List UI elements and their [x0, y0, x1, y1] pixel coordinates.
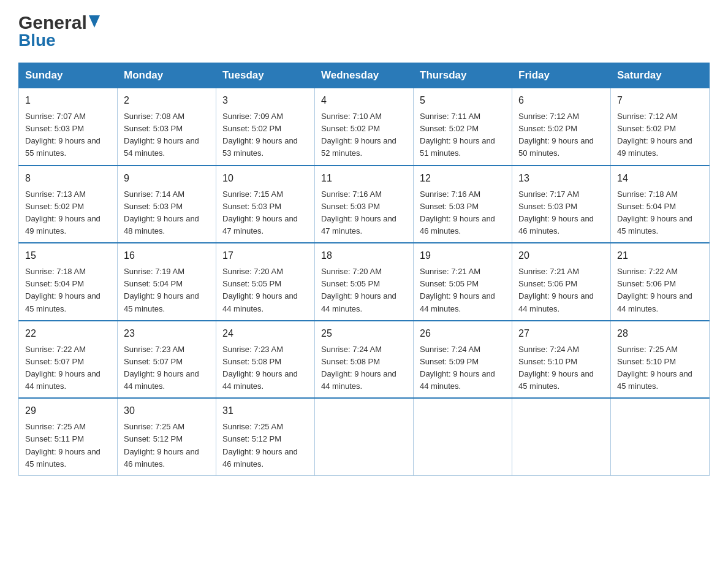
page-header: General Blue: [18, 12, 710, 50]
calendar-day-cell: 10Sunrise: 7:15 AMSunset: 5:03 PMDayligh…: [216, 166, 315, 243]
calendar-day-cell: [414, 398, 512, 475]
day-number: 22: [25, 326, 111, 341]
day-info: Sunrise: 7:09 AMSunset: 5:02 PMDaylight:…: [222, 110, 308, 160]
day-info: Sunrise: 7:10 AMSunset: 5:02 PMDaylight:…: [321, 110, 407, 160]
day-info: Sunrise: 7:22 AMSunset: 5:06 PMDaylight:…: [617, 266, 703, 315]
calendar-day-cell: 26Sunrise: 7:24 AMSunset: 5:09 PMDayligh…: [414, 321, 512, 399]
calendar-day-cell: 27Sunrise: 7:24 AMSunset: 5:10 PMDayligh…: [512, 321, 611, 399]
calendar-day-cell: [611, 398, 710, 475]
day-number: 28: [617, 326, 703, 341]
calendar-day-cell: 20Sunrise: 7:21 AMSunset: 5:06 PMDayligh…: [512, 243, 611, 321]
day-info: Sunrise: 7:12 AMSunset: 5:02 PMDaylight:…: [617, 110, 703, 160]
day-number: 26: [420, 326, 506, 341]
weekday-header-sunday: Sunday: [19, 63, 118, 88]
calendar-day-cell: 1Sunrise: 7:07 AMSunset: 5:03 PMDaylight…: [19, 88, 118, 166]
calendar-day-cell: [315, 398, 414, 475]
day-number: 20: [518, 248, 604, 263]
day-number: 6: [518, 93, 604, 108]
calendar-day-cell: 9Sunrise: 7:14 AMSunset: 5:03 PMDaylight…: [118, 166, 216, 243]
calendar-day-cell: 23Sunrise: 7:23 AMSunset: 5:07 PMDayligh…: [118, 321, 216, 399]
weekday-header-saturday: Saturday: [611, 63, 710, 88]
calendar-day-cell: 2Sunrise: 7:08 AMSunset: 5:03 PMDaylight…: [118, 88, 216, 166]
day-info: Sunrise: 7:18 AMSunset: 5:04 PMDaylight:…: [25, 266, 111, 315]
calendar-day-cell: 11Sunrise: 7:16 AMSunset: 5:03 PMDayligh…: [315, 166, 414, 243]
day-info: Sunrise: 7:16 AMSunset: 5:03 PMDaylight:…: [321, 188, 407, 238]
calendar-day-cell: 19Sunrise: 7:21 AMSunset: 5:05 PMDayligh…: [414, 243, 512, 321]
day-number: 5: [420, 93, 506, 108]
day-number: 9: [124, 171, 210, 186]
calendar-day-cell: 21Sunrise: 7:22 AMSunset: 5:06 PMDayligh…: [611, 243, 710, 321]
day-info: Sunrise: 7:07 AMSunset: 5:03 PMDaylight:…: [25, 110, 111, 160]
day-info: Sunrise: 7:21 AMSunset: 5:06 PMDaylight:…: [518, 266, 604, 315]
day-number: 31: [222, 404, 308, 418]
logo-text-blue: Blue: [18, 31, 56, 50]
day-number: 27: [518, 326, 604, 341]
calendar-day-cell: 12Sunrise: 7:16 AMSunset: 5:03 PMDayligh…: [414, 166, 512, 243]
day-number: 21: [617, 248, 703, 263]
calendar-day-cell: 28Sunrise: 7:25 AMSunset: 5:10 PMDayligh…: [611, 321, 710, 399]
calendar-week-row: 15Sunrise: 7:18 AMSunset: 5:04 PMDayligh…: [19, 243, 710, 321]
day-info: Sunrise: 7:15 AMSunset: 5:03 PMDaylight:…: [222, 188, 308, 238]
day-info: Sunrise: 7:20 AMSunset: 5:05 PMDaylight:…: [321, 266, 407, 315]
day-info: Sunrise: 7:17 AMSunset: 5:03 PMDaylight:…: [518, 188, 604, 238]
calendar-week-row: 8Sunrise: 7:13 AMSunset: 5:02 PMDaylight…: [19, 166, 710, 243]
calendar-day-cell: 25Sunrise: 7:24 AMSunset: 5:08 PMDayligh…: [315, 321, 414, 399]
day-info: Sunrise: 7:18 AMSunset: 5:04 PMDaylight:…: [617, 188, 703, 238]
day-number: 14: [617, 171, 703, 186]
day-number: 11: [321, 171, 407, 186]
calendar-day-cell: [512, 398, 611, 475]
day-info: Sunrise: 7:24 AMSunset: 5:10 PMDaylight:…: [518, 343, 604, 393]
calendar-day-cell: 13Sunrise: 7:17 AMSunset: 5:03 PMDayligh…: [512, 166, 611, 243]
weekday-header-monday: Monday: [118, 63, 216, 88]
day-number: 3: [222, 93, 308, 108]
calendar-table: SundayMondayTuesdayWednesdayThursdayFrid…: [18, 63, 710, 476]
day-number: 17: [222, 248, 308, 263]
day-number: 23: [124, 326, 210, 341]
day-number: 18: [321, 248, 407, 263]
day-info: Sunrise: 7:22 AMSunset: 5:07 PMDaylight:…: [25, 343, 111, 393]
calendar-day-cell: 8Sunrise: 7:13 AMSunset: 5:02 PMDaylight…: [19, 166, 118, 243]
calendar-week-row: 29Sunrise: 7:25 AMSunset: 5:11 PMDayligh…: [19, 398, 710, 475]
logo: General Blue: [18, 12, 100, 50]
weekday-header-friday: Friday: [512, 63, 611, 88]
calendar-header-row: SundayMondayTuesdayWednesdayThursdayFrid…: [19, 63, 710, 88]
weekday-header-tuesday: Tuesday: [216, 63, 315, 88]
day-info: Sunrise: 7:08 AMSunset: 5:03 PMDaylight:…: [124, 110, 210, 160]
calendar-week-row: 22Sunrise: 7:22 AMSunset: 5:07 PMDayligh…: [19, 321, 710, 399]
day-number: 25: [321, 326, 407, 341]
calendar-day-cell: 4Sunrise: 7:10 AMSunset: 5:02 PMDaylight…: [315, 88, 414, 166]
day-info: Sunrise: 7:14 AMSunset: 5:03 PMDaylight:…: [124, 188, 210, 238]
day-info: Sunrise: 7:12 AMSunset: 5:02 PMDaylight:…: [518, 110, 604, 160]
day-info: Sunrise: 7:16 AMSunset: 5:03 PMDaylight:…: [420, 188, 506, 238]
day-info: Sunrise: 7:21 AMSunset: 5:05 PMDaylight:…: [420, 266, 506, 315]
day-info: Sunrise: 7:23 AMSunset: 5:08 PMDaylight:…: [222, 343, 308, 393]
calendar-day-cell: 29Sunrise: 7:25 AMSunset: 5:11 PMDayligh…: [19, 398, 118, 475]
calendar-day-cell: 14Sunrise: 7:18 AMSunset: 5:04 PMDayligh…: [611, 166, 710, 243]
calendar-day-cell: 17Sunrise: 7:20 AMSunset: 5:05 PMDayligh…: [216, 243, 315, 321]
day-info: Sunrise: 7:13 AMSunset: 5:02 PMDaylight:…: [25, 188, 111, 238]
logo-text-general: General: [18, 12, 87, 33]
day-number: 8: [25, 171, 111, 186]
calendar-day-cell: 16Sunrise: 7:19 AMSunset: 5:04 PMDayligh…: [118, 243, 216, 321]
day-info: Sunrise: 7:24 AMSunset: 5:08 PMDaylight:…: [321, 343, 407, 393]
day-info: Sunrise: 7:25 AMSunset: 5:11 PMDaylight:…: [25, 421, 111, 470]
calendar-day-cell: 5Sunrise: 7:11 AMSunset: 5:02 PMDaylight…: [414, 88, 512, 166]
day-number: 12: [420, 171, 506, 186]
day-number: 4: [321, 93, 407, 108]
weekday-header-thursday: Thursday: [414, 63, 512, 88]
day-info: Sunrise: 7:23 AMSunset: 5:07 PMDaylight:…: [124, 343, 210, 393]
day-number: 15: [25, 248, 111, 263]
calendar-day-cell: 15Sunrise: 7:18 AMSunset: 5:04 PMDayligh…: [19, 243, 118, 321]
day-info: Sunrise: 7:25 AMSunset: 5:12 PMDaylight:…: [222, 421, 308, 470]
day-number: 1: [25, 93, 111, 108]
day-info: Sunrise: 7:25 AMSunset: 5:12 PMDaylight:…: [124, 421, 210, 470]
calendar-day-cell: 24Sunrise: 7:23 AMSunset: 5:08 PMDayligh…: [216, 321, 315, 399]
day-number: 30: [124, 404, 210, 418]
day-number: 24: [222, 326, 308, 341]
day-info: Sunrise: 7:25 AMSunset: 5:10 PMDaylight:…: [617, 343, 703, 393]
calendar-day-cell: 31Sunrise: 7:25 AMSunset: 5:12 PMDayligh…: [216, 398, 315, 475]
calendar-day-cell: 6Sunrise: 7:12 AMSunset: 5:02 PMDaylight…: [512, 88, 611, 166]
day-number: 19: [420, 248, 506, 263]
calendar-day-cell: 7Sunrise: 7:12 AMSunset: 5:02 PMDaylight…: [611, 88, 710, 166]
calendar-day-cell: 3Sunrise: 7:09 AMSunset: 5:02 PMDaylight…: [216, 88, 315, 166]
